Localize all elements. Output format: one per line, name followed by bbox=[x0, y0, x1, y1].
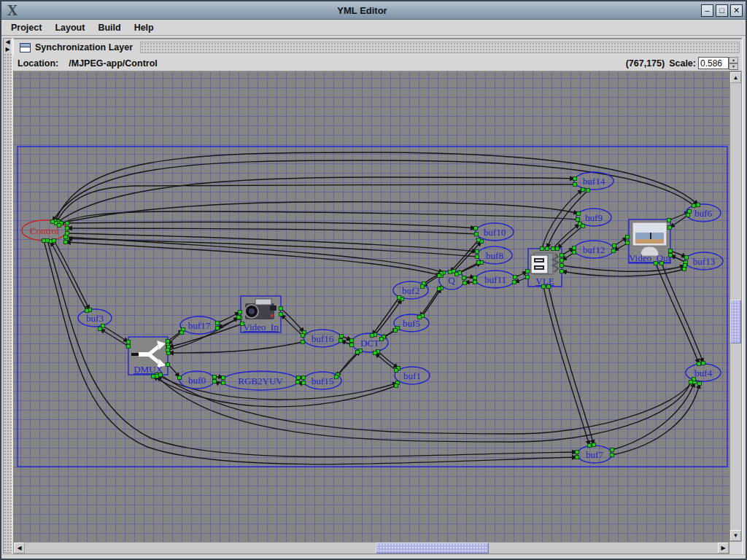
port[interactable] bbox=[302, 381, 306, 385]
port[interactable] bbox=[688, 210, 692, 214]
horizontal-scrollbar[interactable]: ◀ ▶ bbox=[13, 542, 729, 554]
port[interactable] bbox=[222, 381, 225, 385]
port[interactable] bbox=[455, 273, 459, 276]
port[interactable] bbox=[127, 345, 131, 349]
port[interactable] bbox=[513, 281, 516, 284]
port[interactable] bbox=[178, 376, 182, 380]
port[interactable] bbox=[438, 287, 441, 291]
port[interactable] bbox=[592, 443, 596, 447]
menu-layout[interactable]: Layout bbox=[48, 21, 91, 34]
horizontal-scroll-thumb[interactable] bbox=[376, 542, 489, 553]
port[interactable] bbox=[155, 375, 159, 378]
synchronization-diagram[interactable]: Controlbuf3buf17buf0RGB2YUVbuf16buf15DCT… bbox=[13, 72, 729, 542]
port[interactable] bbox=[477, 261, 481, 265]
port[interactable] bbox=[684, 264, 687, 268]
port[interactable] bbox=[654, 262, 658, 265]
port[interactable] bbox=[588, 444, 592, 448]
port[interactable] bbox=[689, 381, 693, 384]
port[interactable] bbox=[296, 381, 300, 384]
port[interactable] bbox=[340, 335, 344, 338]
port[interactable] bbox=[560, 270, 564, 273]
port[interactable] bbox=[350, 343, 354, 347]
port[interactable] bbox=[698, 382, 702, 386]
port[interactable] bbox=[702, 362, 705, 365]
port[interactable] bbox=[576, 451, 579, 454]
port[interactable] bbox=[301, 341, 305, 344]
port[interactable] bbox=[473, 276, 477, 280]
scroll-up-icon[interactable]: ▲ bbox=[730, 72, 741, 83]
port[interactable] bbox=[302, 376, 306, 380]
port[interactable] bbox=[449, 271, 452, 274]
port[interactable] bbox=[541, 247, 544, 251]
port[interactable] bbox=[395, 384, 398, 388]
port[interactable] bbox=[239, 311, 242, 314]
port[interactable] bbox=[46, 239, 50, 243]
port[interactable] bbox=[279, 307, 283, 311]
grip-left-arrow-icon[interactable]: ◀ bbox=[4, 39, 12, 46]
port[interactable] bbox=[371, 334, 374, 338]
port[interactable] bbox=[697, 203, 700, 207]
port[interactable] bbox=[462, 276, 466, 280]
port[interactable] bbox=[421, 285, 425, 289]
port[interactable] bbox=[560, 254, 564, 257]
port[interactable] bbox=[53, 239, 56, 243]
port[interactable] bbox=[526, 276, 530, 279]
port[interactable] bbox=[350, 339, 354, 343]
port[interactable] bbox=[297, 376, 301, 380]
port[interactable] bbox=[668, 226, 672, 230]
scroll-right-icon[interactable]: ▶ bbox=[718, 542, 729, 553]
port[interactable] bbox=[573, 251, 576, 254]
port[interactable] bbox=[64, 241, 68, 244]
menu-build[interactable]: Build bbox=[91, 21, 127, 34]
menu-project[interactable]: Project bbox=[4, 21, 48, 34]
port[interactable] bbox=[573, 246, 576, 250]
scroll-down-icon[interactable]: ▼ bbox=[730, 530, 741, 541]
port[interactable] bbox=[547, 285, 551, 289]
port[interactable] bbox=[697, 362, 701, 366]
port[interactable] bbox=[474, 227, 478, 230]
port[interactable] bbox=[152, 375, 155, 378]
port[interactable] bbox=[477, 238, 481, 242]
scroll-left-icon[interactable]: ◀ bbox=[14, 542, 25, 553]
port[interactable] bbox=[611, 448, 614, 452]
port[interactable] bbox=[667, 219, 671, 222]
port[interactable] bbox=[683, 268, 686, 271]
frame-grip-texture[interactable] bbox=[140, 42, 740, 53]
port[interactable] bbox=[51, 220, 55, 224]
port[interactable] bbox=[576, 456, 579, 459]
port[interactable] bbox=[374, 351, 377, 355]
port[interactable] bbox=[581, 188, 585, 192]
scale-input[interactable] bbox=[698, 57, 729, 69]
port[interactable] bbox=[611, 454, 614, 457]
port[interactable] bbox=[66, 227, 69, 230]
port[interactable] bbox=[526, 270, 530, 273]
close-button[interactable]: ✕ bbox=[730, 4, 743, 17]
node-dmux[interactable]: DMUX bbox=[128, 337, 168, 375]
port[interactable] bbox=[660, 262, 664, 265]
port[interactable] bbox=[551, 247, 555, 251]
port[interactable] bbox=[66, 232, 69, 236]
port[interactable] bbox=[626, 236, 630, 239]
port[interactable] bbox=[473, 281, 477, 284]
port[interactable] bbox=[514, 276, 517, 279]
port[interactable] bbox=[213, 376, 217, 379]
port[interactable] bbox=[686, 214, 690, 217]
port[interactable] bbox=[180, 331, 184, 335]
port[interactable] bbox=[394, 329, 398, 332]
port[interactable] bbox=[127, 341, 131, 344]
port[interactable] bbox=[395, 369, 398, 373]
port[interactable] bbox=[669, 249, 673, 253]
vertical-scroll-thumb[interactable] bbox=[730, 300, 741, 343]
port[interactable] bbox=[692, 204, 696, 208]
port[interactable] bbox=[560, 259, 564, 262]
port[interactable] bbox=[542, 285, 546, 289]
node-video_out[interactable]: Video_Out bbox=[629, 219, 670, 263]
port[interactable] bbox=[85, 309, 89, 313]
port[interactable] bbox=[573, 183, 577, 187]
port[interactable] bbox=[463, 281, 467, 285]
menu-help[interactable]: Help bbox=[128, 21, 160, 34]
port[interactable] bbox=[222, 376, 225, 380]
port[interactable] bbox=[613, 244, 616, 248]
spinner-up-icon[interactable]: ▲ bbox=[729, 57, 738, 63]
port[interactable] bbox=[66, 222, 69, 225]
